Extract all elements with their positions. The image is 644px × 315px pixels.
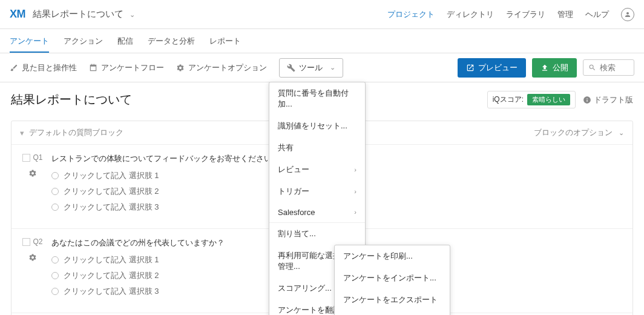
radio-icon xyxy=(51,288,59,295)
sub-import[interactable]: アンケートをインポート... xyxy=(335,267,450,289)
toolbar: 見た目と操作性 アンケートフロー アンケートオプション ツール ⌄ 質問に番号を… xyxy=(0,53,644,82)
survey-options-button[interactable]: アンケートオプション xyxy=(176,62,267,73)
nav-link-help[interactable]: ヘルプ xyxy=(585,9,609,20)
tab-distribute[interactable]: 配信 xyxy=(117,36,133,53)
import-export-submenu: アンケートを印刷... アンケートをインポート... アンケートをエクスポート … xyxy=(334,245,450,315)
radio-icon xyxy=(51,172,59,179)
preview-button[interactable]: プレビュー xyxy=(458,58,526,78)
nav-link-library[interactable]: ライブラリ xyxy=(506,9,545,20)
info-icon xyxy=(583,96,591,104)
question-left: Q1 xyxy=(20,153,45,217)
page-title[interactable]: 結果レポートについて ⌄ xyxy=(33,8,135,20)
dd-assign[interactable]: 割り当て... xyxy=(269,223,365,245)
main-tabs: アンケート アクション 配信 データと分析 レポート xyxy=(0,29,644,53)
header-right: プロジェクト ディレクトリ ライブラリ 管理 ヘルプ xyxy=(387,8,634,21)
chevron-down-icon: ⌄ xyxy=(330,64,335,71)
upload-icon xyxy=(540,64,549,72)
radio-icon xyxy=(51,256,59,264)
search-box[interactable] xyxy=(583,59,634,76)
iq-label: iQスコア: xyxy=(493,94,524,105)
chevron-down-icon: ⌄ xyxy=(619,129,624,137)
user-avatar-icon[interactable] xyxy=(621,8,634,21)
chevron-down-icon: ⌄ xyxy=(130,11,135,18)
tab-survey[interactable]: アンケート xyxy=(10,36,49,53)
draft-version[interactable]: ドラフト版 xyxy=(583,94,633,105)
block-title: デフォルトの質問ブロック xyxy=(29,127,123,138)
block-options-label: ブロックのオプション xyxy=(534,127,613,138)
tools-dropdown-button[interactable]: ツール ⌄ 質問に番号を自動付加... 識別値をリセット... 共有 レビュー›… xyxy=(279,58,343,78)
radio-icon xyxy=(51,188,59,195)
chevron-right-icon: › xyxy=(354,166,356,173)
publish-label: 公開 xyxy=(553,62,568,73)
search-icon xyxy=(588,64,596,71)
survey-flow-label: アンケートフロー xyxy=(101,62,164,73)
sub-export[interactable]: アンケートをエクスポート xyxy=(335,289,450,311)
dd-salesforce[interactable]: Salesforce› xyxy=(269,202,365,222)
look-and-feel-button[interactable]: 見た目と操作性 xyxy=(10,62,77,73)
tab-reports[interactable]: レポート xyxy=(209,36,241,53)
draft-label: ドラフト版 xyxy=(594,94,633,105)
brush-icon xyxy=(10,64,18,72)
chevron-right-icon: › xyxy=(354,188,356,195)
iq-value: 素晴らしい xyxy=(527,94,570,105)
dd-trigger[interactable]: トリガー› xyxy=(269,181,365,202)
question-checkbox[interactable] xyxy=(22,154,30,162)
gear-icon xyxy=(176,64,185,72)
dd-share[interactable]: 共有 xyxy=(269,137,365,159)
question-left: Q2 xyxy=(20,237,45,302)
radio-icon xyxy=(51,272,59,279)
gear-icon[interactable] xyxy=(28,169,37,177)
wrench-icon xyxy=(287,64,295,72)
tab-actions[interactable]: アクション xyxy=(64,36,103,53)
look-and-feel-label: 見た目と操作性 xyxy=(22,62,77,73)
sub-export-word[interactable]: アンケートをWordにエクスポート... xyxy=(335,311,450,315)
page-title-text: 結果レポートについて xyxy=(33,8,123,19)
chevron-right-icon: › xyxy=(354,208,356,216)
nav-link-directory[interactable]: ディレクトリ xyxy=(447,9,494,20)
tools-label: ツール xyxy=(299,62,323,73)
question-checkbox[interactable] xyxy=(22,238,30,246)
radio-icon xyxy=(51,204,59,211)
preview-icon xyxy=(466,64,475,72)
content-head-right: iQスコア: 素晴らしい ドラフト版 xyxy=(487,91,633,108)
question-number: Q1 xyxy=(22,153,42,162)
preview-label: プレビュー xyxy=(478,62,518,73)
tab-data[interactable]: データと分析 xyxy=(148,36,195,53)
gear-icon[interactable] xyxy=(28,253,37,262)
dd-review[interactable]: レビュー› xyxy=(269,159,365,181)
search-input[interactable] xyxy=(600,63,629,72)
toolbar-right: プレビュー 公開 xyxy=(458,58,634,78)
question-number: Q2 xyxy=(22,237,42,246)
flow-icon xyxy=(89,64,97,72)
logo[interactable]: XM xyxy=(10,8,25,21)
survey-flow-button[interactable]: アンケートフロー xyxy=(89,62,164,73)
iq-score-badge[interactable]: iQスコア: 素晴らしい xyxy=(487,91,576,108)
nav-link-admin[interactable]: 管理 xyxy=(557,9,573,20)
block-options-button[interactable]: ブロックのオプション ⌄ xyxy=(534,127,624,138)
nav-link-projects[interactable]: プロジェクト xyxy=(387,9,435,20)
top-header: XM 結果レポートについて ⌄ プロジェクト ディレクトリ ライブラリ 管理 ヘ… xyxy=(0,0,644,29)
sub-print[interactable]: アンケートを印刷... xyxy=(335,245,450,267)
dd-auto-number[interactable]: 質問に番号を自動付加... xyxy=(269,82,365,115)
survey-options-label: アンケートオプション xyxy=(188,62,267,73)
block-collapse-icon[interactable]: ▾ xyxy=(20,128,24,138)
publish-button[interactable]: 公開 xyxy=(532,58,577,78)
dd-reset-ids[interactable]: 識別値をリセット... xyxy=(269,115,365,137)
content-title: 結果レポートについて xyxy=(11,91,132,108)
